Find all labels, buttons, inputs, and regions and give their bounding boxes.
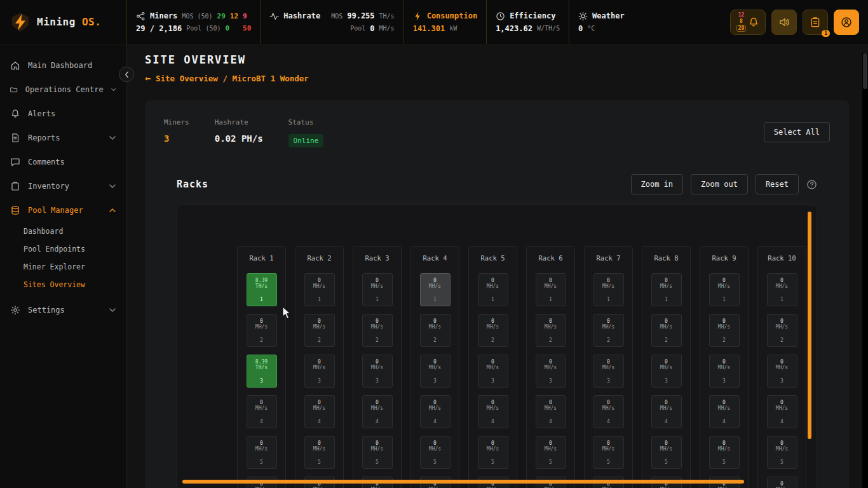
miner-cell-rack-2-4[interactable]: 0MH/s4 [304,395,335,428]
miner-cell-rack-6-5[interactable]: 0MH/s5 [536,436,566,469]
brand-logo[interactable]: Mining OS. [0,0,126,44]
notifications-button[interactable]: 12 8 29 [730,10,766,35]
racks-horizontal-scrollbar[interactable] [182,480,744,484]
sidebar-item-inventory[interactable]: Inventory [0,174,126,198]
miner-cell-rack-7-5[interactable]: 0MH/s5 [593,436,624,469]
racks-vertical-scrollbar[interactable] [808,212,811,439]
sidebar-collapse-button[interactable] [119,67,134,82]
miner-cell-rack-5-2[interactable]: 0MH/s2 [478,314,508,347]
profile-button[interactable] [834,10,859,35]
sidebar-item-comments[interactable]: Comments [0,150,126,174]
miner-cell-rack-7-3[interactable]: 0MH/s3 [593,355,624,388]
chevron-down-icon [109,308,116,312]
weather-value: 0 [578,24,583,33]
miner-cell-rack-3-5[interactable]: 0MH/s5 [362,436,393,469]
miner-cell-rack-4-4[interactable]: 0MH/s4 [420,395,451,428]
page-scrollbar[interactable] [862,53,868,488]
miner-cell-rack-7-4[interactable]: 0MH/s4 [593,395,624,428]
miner-cell-rack-8-2[interactable]: 0MH/s2 [651,314,682,347]
zoom-in-button[interactable]: Zoom in [631,174,684,194]
breadcrumb[interactable]: ← Site Overview / MicroBT 1 Wonder [145,72,849,84]
sidebar-subitem-dashboard[interactable]: Dashboard [0,222,126,240]
notification-badge-total: 29 [736,25,747,32]
tasks-button[interactable]: 1 [803,10,828,35]
miner-cell-rack-9-5[interactable]: 0MH/s5 [709,436,740,469]
sidebar-subitem-sites-overview[interactable]: Sites Overview [0,276,126,294]
rack-cells: 0MH/s10MH/s20MH/s30MH/s40MH/s50MH/s6 [585,273,632,488]
miner-cell-rack-6-1[interactable]: 0MH/s1 [536,273,566,306]
miner-cell-rack-1-5[interactable]: 0MH/s5 [247,436,277,469]
miner-cell-rack-10-1[interactable]: 0MH/s1 [767,273,797,306]
help-icon[interactable] [806,179,817,190]
miner-cell-rack-8-1[interactable]: 0MH/s1 [651,273,682,306]
miner-cell-rack-1-1[interactable]: 8.39TH/s1 [247,273,277,306]
notification-badges: 12 8 29 [736,12,747,32]
miner-cell-rack-2-5[interactable]: 0MH/s5 [304,436,335,469]
sidebar-item-pool-manager[interactable]: Pool Manager [0,198,126,222]
miner-cell-rack-5-5[interactable]: 0MH/s5 [478,436,508,469]
miner-cell-rack-3-3[interactable]: 0MH/s3 [362,355,393,388]
miner-cell-rack-2-3[interactable]: 0MH/s3 [304,355,335,388]
sidebar-subitem-pool-endpoints[interactable]: Pool Endpoints [0,240,126,258]
miner-cell-rack-1-2[interactable]: 0MH/s2 [247,314,277,347]
miners-mos-ok: 29 [217,12,226,20]
miner-cell-rack-5-1[interactable]: 0MH/s1 [478,273,508,306]
miner-cell-rack-1-3[interactable]: 8.39TH/s3 [247,355,277,388]
rack-rack-1: Rack 18.39TH/s10MH/s28.39TH/s30MH/s40MH/… [237,246,286,488]
miner-cell-rack-2-1[interactable]: 0MH/s1 [304,273,335,306]
select-all-button[interactable]: Select All [764,122,830,142]
rack-cells: 0MH/s10MH/s20MH/s30MH/s40MH/s50MH/s6 [469,273,517,488]
back-arrow-icon[interactable]: ← [145,72,151,84]
miner-cell-rack-10-5[interactable]: 0MH/s5 [767,436,797,469]
miner-cell-rack-7-2[interactable]: 0MH/s2 [593,314,624,347]
miner-cell-rack-8-3[interactable]: 0MH/s3 [651,355,682,388]
miner-cell-rack-9-4[interactable]: 0MH/s4 [709,395,740,428]
racks-header: Racks Zoom in Zoom out Reset [177,174,817,194]
miner-cell-rack-1-4[interactable]: 0MH/s4 [247,395,277,428]
miner-cell-rack-10-3[interactable]: 0MH/s3 [767,355,797,388]
hashrate-mos-label: MOS [331,13,342,20]
miner-cell-rack-8-5[interactable]: 0MH/s5 [651,436,682,469]
hashrate-mos-unit: TH/s [379,13,395,20]
rack-label: Rack 1 [238,254,285,263]
sidebar-subitem-miner-explorer[interactable]: Miner Explorer [0,258,126,276]
miner-cell-rack-2-2[interactable]: 0MH/s2 [304,314,335,347]
miner-cell-rack-5-4[interactable]: 0MH/s4 [478,395,508,428]
miner-cell-rack-9-3[interactable]: 0MH/s3 [709,355,740,388]
miner-cell-rack-10-2[interactable]: 0MH/s2 [767,314,797,347]
sidebar-item-settings[interactable]: Settings [0,298,126,322]
miner-cell-rack-6-2[interactable]: 0MH/s2 [536,314,566,347]
top-header: Mining OS. Miners MOS (50) 29 12 9 29 / … [0,0,868,44]
miner-cell-rack-4-5[interactable]: 0MH/s5 [420,436,451,469]
miner-cell-rack-9-2[interactable]: 0MH/s2 [709,314,740,347]
miner-cell-rack-10-4[interactable]: 0MH/s4 [767,395,797,428]
sound-mute-button[interactable] [771,10,797,35]
sidebar-item-reports[interactable]: Reports [0,126,126,150]
miner-cell-rack-4-3[interactable]: 0MH/s3 [420,355,451,388]
miner-cell-rack-8-4[interactable]: 0MH/s4 [651,395,682,428]
sidebar-item-label: Reports [28,133,60,142]
miner-cell-rack-7-1[interactable]: 0MH/s1 [593,273,624,306]
sidebar-item-alerts[interactable]: Alerts [0,102,126,126]
miner-cell-rack-6-4[interactable]: 0MH/s4 [536,395,566,428]
chevron-up-icon [109,208,116,212]
miner-cell-rack-9-1[interactable]: 0MH/s1 [709,273,740,306]
miner-cell-rack-6-3[interactable]: 0MH/s3 [536,355,566,388]
sidebar-item-main-dashboard[interactable]: Main Dashboard [0,53,126,78]
rack-label: Rack 3 [353,254,401,263]
zoom-out-button[interactable]: Zoom out [691,174,748,194]
sidebar-item-operations-centre[interactable]: Operations Centre [0,78,126,102]
header-stat-consumption: Consumption 141.301 kW [403,0,486,44]
miner-cell-rack-3-2[interactable]: 0MH/s2 [362,314,393,347]
page-scrollbar-thumb[interactable] [863,53,867,89]
summary-hashrate-value: 0.02 PH/s [215,133,263,144]
miner-cell-rack-5-3[interactable]: 0MH/s3 [478,355,508,388]
hashrate-pool-label: Pool [350,25,365,32]
rack-label: Rack 6 [527,254,574,263]
miner-cell-rack-3-4[interactable]: 0MH/s4 [362,395,393,428]
miner-cell-rack-4-1[interactable]: 0MH/s1 [420,273,451,306]
reset-button[interactable]: Reset [756,174,799,194]
miner-cell-rack-4-2[interactable]: 0MH/s2 [420,314,451,347]
miner-cell-rack-3-1[interactable]: 0MH/s1 [362,273,393,306]
miner-cell-rack-10-6[interactable]: 0MH/s6 [767,477,797,488]
